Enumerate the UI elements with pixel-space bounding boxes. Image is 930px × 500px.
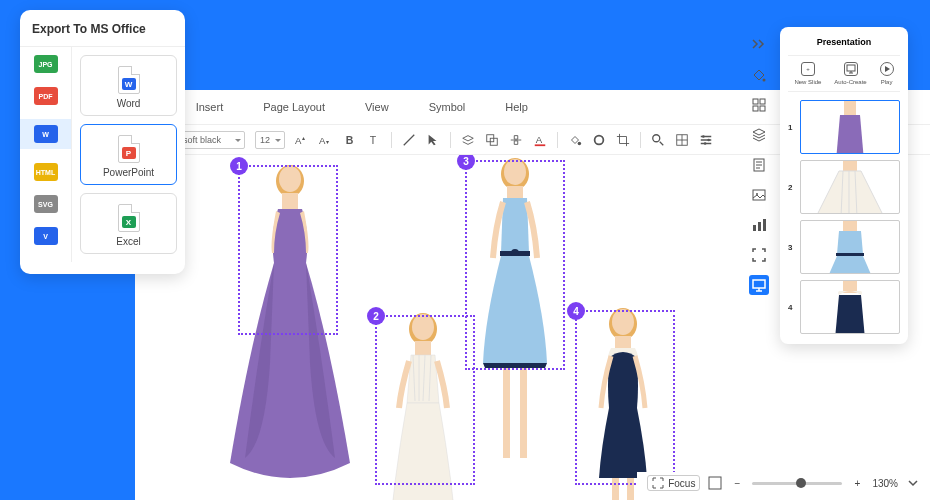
zoom-level: 130% (872, 478, 898, 489)
svg-rect-37 (760, 99, 765, 104)
chevron-down-icon[interactable] (906, 476, 920, 490)
selection-box-3[interactable]: 3 (465, 160, 565, 370)
svg-text:A: A (319, 134, 326, 145)
svg-rect-39 (760, 106, 765, 111)
font-increase-icon[interactable]: A▴ (295, 133, 309, 147)
svg-rect-44 (758, 222, 761, 231)
export-excel-card[interactable]: X Excel (80, 193, 177, 254)
text-icon[interactable]: T (367, 133, 381, 147)
export-powerpoint-label: PowerPoint (103, 167, 154, 178)
focus-icon (652, 477, 664, 489)
svg-rect-45 (763, 219, 766, 231)
group-icon[interactable] (485, 133, 499, 147)
svg-rect-9 (535, 144, 546, 146)
font-size-select[interactable]: 12 (255, 131, 285, 149)
menu-insert[interactable]: Insert (196, 101, 224, 113)
status-bar: Focus − + 130% (637, 472, 930, 494)
export-format-word-selected[interactable]: W (20, 119, 71, 149)
zoom-in-button[interactable]: + (850, 476, 864, 490)
svg-point-12 (653, 134, 660, 141)
export-title: Export To MS Office (20, 22, 185, 47)
collapse-icon[interactable] (749, 37, 769, 51)
svg-rect-43 (753, 225, 756, 231)
align-icon[interactable] (509, 133, 523, 147)
svg-text:B: B (346, 133, 354, 145)
presentation-panel: Presentation + New Slide Auto-Create Pla… (780, 27, 908, 344)
export-word-card[interactable]: W Word (80, 55, 177, 116)
bold-icon[interactable]: B (343, 133, 357, 147)
slide-3[interactable]: 3 (788, 220, 900, 274)
crop-icon[interactable] (616, 133, 630, 147)
svg-text:▾: ▾ (326, 138, 329, 145)
export-format-svg[interactable]: SVG (34, 195, 58, 213)
export-format-list: JPG PDF W HTML SVG V (20, 47, 72, 262)
shapes-tool-icon[interactable] (749, 95, 769, 115)
zoom-slider[interactable] (752, 482, 842, 485)
chart-tool-icon[interactable] (749, 215, 769, 235)
export-panel: Export To MS Office JPG PDF W HTML SVG V… (20, 10, 185, 274)
font-color-icon[interactable]: A (533, 133, 547, 147)
selection-box-1[interactable]: 1 (238, 165, 338, 335)
fit-page-icon[interactable] (708, 476, 722, 490)
svg-rect-46 (753, 280, 765, 288)
presentation-tool-icon[interactable] (749, 275, 769, 295)
svg-rect-28 (503, 368, 510, 458)
auto-create-button[interactable]: Auto-Create (834, 62, 866, 85)
export-powerpoint-card[interactable]: P PowerPoint (80, 124, 177, 185)
slide-2[interactable]: 2 (788, 160, 900, 214)
slide-4[interactable]: 4 (788, 280, 900, 334)
stroke-icon[interactable] (592, 133, 606, 147)
slide-1[interactable]: 1 (788, 100, 900, 154)
export-word-label: Word (117, 98, 141, 109)
selection-box-4[interactable]: 4 (575, 310, 675, 485)
svg-point-11 (595, 135, 604, 144)
selection-badge-2: 2 (367, 307, 385, 325)
export-format-jpg[interactable]: JPG (34, 55, 58, 73)
svg-point-16 (704, 142, 707, 145)
fill-color-icon[interactable] (568, 133, 582, 147)
line-icon[interactable] (402, 133, 416, 147)
export-format-html[interactable]: HTML (34, 163, 58, 181)
expand-tool-icon[interactable] (749, 245, 769, 265)
svg-rect-36 (753, 99, 758, 104)
svg-rect-51 (836, 253, 864, 256)
svg-rect-53 (709, 477, 721, 489)
svg-point-14 (702, 135, 705, 138)
svg-rect-29 (520, 368, 527, 458)
focus-button[interactable]: Focus (647, 475, 700, 491)
svg-rect-38 (753, 106, 758, 111)
selection-badge-1: 1 (230, 157, 248, 175)
font-decrease-icon[interactable]: A▾ (319, 133, 333, 147)
layers-icon[interactable] (461, 133, 475, 147)
search-icon[interactable] (651, 133, 665, 147)
screen-icon (844, 62, 858, 76)
settings-icon[interactable] (699, 133, 713, 147)
page-tool-icon[interactable] (749, 155, 769, 175)
menu-page-layout[interactable]: Page Layout (263, 101, 325, 113)
right-tool-column (749, 29, 775, 303)
svg-rect-48 (844, 101, 856, 117)
grid-icon[interactable] (675, 133, 689, 147)
svg-text:A: A (536, 133, 543, 144)
fill-tool-icon[interactable] (749, 65, 769, 85)
svg-point-35 (763, 79, 766, 82)
menu-view[interactable]: View (365, 101, 389, 113)
menu-help[interactable]: Help (505, 101, 528, 113)
cursor-icon[interactable] (426, 133, 440, 147)
selection-badge-4: 4 (567, 302, 585, 320)
menu-symbol[interactable]: Symbol (429, 101, 466, 113)
export-format-pdf[interactable]: PDF (34, 87, 58, 105)
slide-list: 1 2 3 4 (788, 100, 900, 334)
export-format-visio[interactable]: V (34, 227, 58, 245)
svg-point-10 (578, 141, 582, 145)
image-tool-icon[interactable] (749, 185, 769, 205)
plus-icon: + (801, 62, 815, 76)
play-button[interactable]: Play (880, 62, 894, 85)
svg-text:A: A (295, 134, 302, 145)
svg-rect-47 (847, 65, 855, 71)
new-slide-button[interactable]: + New Slide (794, 62, 821, 85)
presentation-title: Presentation (788, 37, 900, 47)
zoom-out-button[interactable]: − (730, 476, 744, 490)
svg-text:▴: ▴ (302, 134, 305, 141)
layers-tool-icon[interactable] (749, 125, 769, 145)
